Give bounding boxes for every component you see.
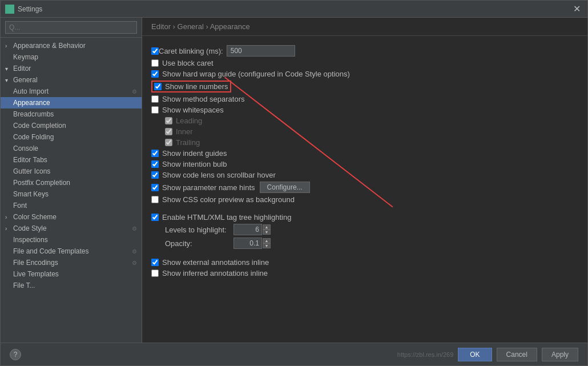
show-whitespaces-checkbox[interactable] xyxy=(151,106,159,114)
opacity-down-button[interactable]: ▼ xyxy=(263,243,271,248)
help-button[interactable]: ? xyxy=(10,349,21,360)
window-title: Settings xyxy=(18,5,571,13)
show-parameter-hints-label: Show parameter name hints xyxy=(162,183,255,192)
sidebar-item-label: Inspections xyxy=(13,236,48,244)
arrow-icon xyxy=(5,123,12,129)
sidebar-item-label: Font xyxy=(13,202,27,210)
levels-down-button[interactable]: ▼ xyxy=(263,230,271,235)
cancel-button[interactable]: Cancel xyxy=(497,348,537,361)
section-divider xyxy=(151,206,578,211)
section-divider-2 xyxy=(151,251,578,256)
sidebar-item-color-scheme[interactable]: › Color Scheme xyxy=(1,211,142,223)
sidebar-item-file-t[interactable]: File T... xyxy=(1,280,142,291)
caret-blinking-checkbox[interactable] xyxy=(151,47,159,55)
inner-checkbox[interactable] xyxy=(165,128,172,135)
trailing-label: Trailing xyxy=(176,138,200,147)
show-line-numbers-checkbox[interactable] xyxy=(154,83,162,90)
sidebar-item-appearance[interactable]: Appearance xyxy=(1,97,142,108)
show-css-color-label: Show CSS color preview as background xyxy=(162,195,295,204)
arrow-icon: › xyxy=(5,214,12,220)
sidebar-item-inspections[interactable]: Inspections xyxy=(1,234,142,246)
leading-checkbox[interactable] xyxy=(165,117,172,124)
sidebar-item-code-completion[interactable]: Code Completion xyxy=(1,120,142,131)
show-inferred-annotations-checkbox[interactable] xyxy=(151,270,159,277)
sidebar-item-label: Editor xyxy=(13,65,31,73)
sidebar-item-code-style[interactable]: › Code Style ⚙ xyxy=(1,223,142,234)
leading-row: Leading xyxy=(151,116,578,125)
sidebar-item-label: Code Folding xyxy=(13,133,54,141)
configure-button[interactable]: Configure... xyxy=(260,182,310,193)
ok-button[interactable]: OK xyxy=(458,348,492,361)
arrow-icon xyxy=(5,111,12,118)
apply-button[interactable]: Apply xyxy=(542,348,578,361)
close-button[interactable]: ✕ xyxy=(571,3,583,14)
show-css-color-checkbox[interactable] xyxy=(151,196,159,203)
show-intention-bulb-checkbox[interactable] xyxy=(151,160,159,168)
use-block-caret-label: Use block caret xyxy=(162,59,214,67)
show-external-annotations-checkbox[interactable] xyxy=(151,259,159,266)
sidebar-item-live-templates[interactable]: Live Templates xyxy=(1,268,142,280)
sidebar-item-smart-keys[interactable]: Smart Keys xyxy=(1,188,142,200)
show-method-separators-checkbox[interactable] xyxy=(151,95,159,103)
show-parameter-hints-row: Show parameter name hints Configure... xyxy=(151,182,578,193)
show-indent-guides-checkbox[interactable] xyxy=(151,150,159,157)
trailing-checkbox[interactable] xyxy=(165,139,172,146)
sidebar-item-font[interactable]: Font xyxy=(1,200,142,211)
sidebar-item-label: Gutter Icons xyxy=(13,167,50,175)
sidebar-item-console[interactable]: Console xyxy=(1,143,142,154)
sidebar-item-postfix-completion[interactable]: Postfix Completion xyxy=(1,177,142,188)
sidebar-item-label: Postfix Completion xyxy=(13,179,70,187)
arrow-icon xyxy=(5,180,12,186)
sidebar-item-code-folding[interactable]: Code Folding xyxy=(1,131,142,143)
levels-input[interactable] xyxy=(233,224,262,235)
sidebar-item-file-code-templates[interactable]: File and Code Templates ⚙ xyxy=(1,246,142,257)
levels-up-button[interactable]: ▲ xyxy=(263,224,271,230)
sidebar-item-breadcrumbs[interactable]: Breadcrumbs xyxy=(1,108,142,120)
sidebar-item-label: Editor Tabs xyxy=(13,156,47,164)
arrow-icon xyxy=(5,271,12,277)
app-icon xyxy=(5,5,14,14)
sidebar-item-auto-import[interactable]: Auto Import ⚙ xyxy=(1,86,142,97)
sidebar-item-general[interactable]: ▾ General xyxy=(1,74,142,86)
opacity-input[interactable] xyxy=(233,238,262,249)
breadcrumb-sep2: › xyxy=(206,22,210,31)
show-method-separators-row: Show method separators xyxy=(151,95,578,103)
show-hard-wrap-label: Show hard wrap guide (configured in Code… xyxy=(162,70,350,78)
show-hard-wrap-checkbox[interactable] xyxy=(151,70,159,78)
caret-blinking-row: Caret blinking (ms): xyxy=(151,45,578,57)
arrow-icon xyxy=(5,157,12,163)
use-block-caret-checkbox[interactable] xyxy=(151,59,159,67)
levels-row: Levels to highlight: ▲ ▼ xyxy=(151,224,578,235)
sidebar-item-keymap[interactable]: Keymap xyxy=(1,51,142,63)
title-bar: Settings ✕ xyxy=(1,1,587,18)
inner-label: Inner xyxy=(176,127,193,136)
levels-spinner-buttons: ▲ ▼ xyxy=(263,224,271,235)
sidebar-item-label: Breadcrumbs xyxy=(13,110,54,118)
show-code-lens-checkbox[interactable] xyxy=(151,171,159,179)
arrow-icon xyxy=(5,237,12,243)
sidebar-item-appearance-behavior[interactable]: › Appearance & Behavior xyxy=(1,40,142,51)
sidebar-item-editor[interactable]: ▾ Editor xyxy=(1,63,142,74)
search-input[interactable] xyxy=(5,21,137,34)
leading-label: Leading xyxy=(176,116,202,125)
caret-blinking-input[interactable] xyxy=(227,45,295,57)
show-indent-guides-row: Show indent guides xyxy=(151,149,578,158)
sidebar-item-file-encodings[interactable]: File Encodings ⚙ xyxy=(1,257,142,268)
arrow-icon xyxy=(5,54,12,61)
url-text: https://zbl.res.in/269 xyxy=(397,351,453,358)
show-external-annotations-row: Show external annotations inline xyxy=(151,258,578,267)
breadcrumb-part-2: General xyxy=(178,22,204,31)
sidebar-item-editor-tabs[interactable]: Editor Tabs xyxy=(1,154,142,166)
show-code-lens-row: Show code lens on scrollbar hover xyxy=(151,171,578,179)
show-inferred-annotations-row: Show inferred annotations inline xyxy=(151,269,578,277)
show-line-numbers-row: Show line numbers xyxy=(151,81,578,92)
opacity-up-button[interactable]: ▲ xyxy=(263,238,271,243)
sidebar-item-gutter-icons[interactable]: Gutter Icons xyxy=(1,166,142,177)
enable-html-xml-checkbox[interactable] xyxy=(151,214,159,221)
show-parameter-hints-checkbox[interactable] xyxy=(151,184,159,191)
svg-rect-0 xyxy=(7,6,13,12)
settings-icon: ⚙ xyxy=(132,260,137,266)
show-indent-guides-label: Show indent guides xyxy=(162,149,227,158)
settings-panel-wrapper: Caret blinking (ms): Use block caret Sho… xyxy=(142,36,587,343)
arrow-icon xyxy=(5,100,12,106)
